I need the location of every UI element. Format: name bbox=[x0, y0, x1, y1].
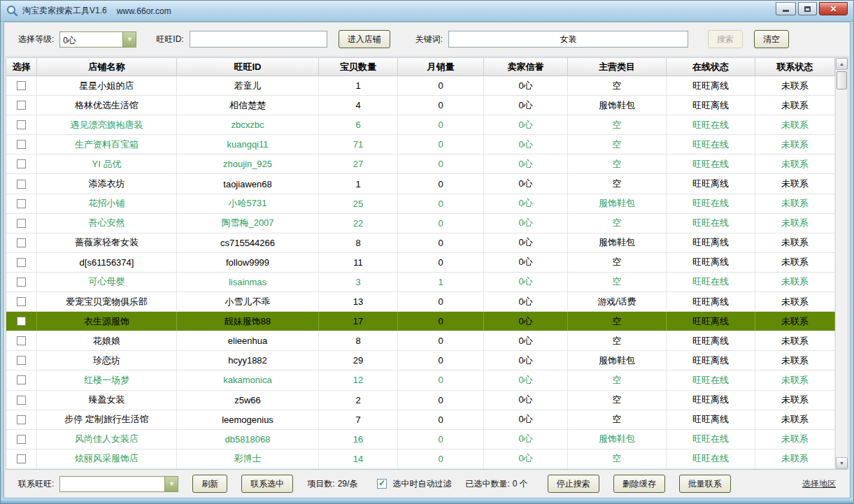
contact-wangwang-select[interactable]: ▼ bbox=[59, 476, 178, 492]
row-checkbox[interactable] bbox=[17, 180, 26, 189]
column-header[interactable]: 宝贝数量 bbox=[319, 58, 398, 75]
column-header[interactable]: 店铺名称 bbox=[37, 58, 177, 75]
table-row[interactable]: 生产资料百宝箱kuangqi117100心空旺旺在线未联系 bbox=[6, 135, 835, 154]
chevron-down-icon[interactable]: ▼ bbox=[122, 32, 136, 47]
table-row[interactable]: 格林优选生活馆相信楚楚400心服饰鞋包旺旺离线未联系 bbox=[6, 96, 835, 115]
table-row[interactable]: 可心母婴lisainmas310心空旺旺在线未联系 bbox=[6, 273, 835, 292]
row-checkbox[interactable] bbox=[17, 238, 26, 247]
close-button[interactable]: ✕ bbox=[819, 2, 848, 15]
cell-credit: 0心 bbox=[484, 115, 568, 134]
table-row[interactable]: 花娘娘elieenhua800心空旺旺离线未联系 bbox=[6, 331, 835, 351]
cell-items: 16 bbox=[319, 430, 398, 449]
row-select-cell bbox=[6, 331, 37, 350]
cell-online: 旺旺在线 bbox=[667, 214, 755, 233]
cell-id: 小雪儿不乖 bbox=[177, 292, 319, 311]
table-row[interactable]: 遇见漂亮旗袍唐装zbcxzbc600心空旺旺在线未联系 bbox=[6, 115, 835, 135]
row-checkbox[interactable] bbox=[17, 199, 26, 208]
table-row[interactable]: 蔷薇家轻奢女装cs715544266800心服饰鞋包旺旺离线未联系 bbox=[6, 233, 835, 253]
title-bar[interactable]: 淘宝卖家搜索工具V1.6 www.66or.com ✕ bbox=[1, 1, 853, 22]
delete-cache-button[interactable]: 删除缓存 bbox=[613, 475, 665, 493]
table-row[interactable]: 步停 定制旅行生活馆leemogenius700心空旺旺离线未联系 bbox=[6, 410, 835, 430]
select-region-link[interactable]: 选择地区 bbox=[802, 478, 836, 490]
table-row[interactable]: 红楼一场梦kakamonica1200心空旺旺在线未联系 bbox=[6, 370, 835, 390]
cell-category: 空 bbox=[568, 115, 667, 134]
row-checkbox[interactable] bbox=[17, 258, 26, 267]
row-checkbox[interactable] bbox=[17, 159, 26, 168]
table-row[interactable]: 臻盈女装z5w66200心空旺旺离线未联系 bbox=[6, 391, 835, 410]
wangwang-id-input[interactable] bbox=[190, 31, 327, 48]
column-header[interactable]: 联系状态 bbox=[755, 58, 835, 75]
table-row[interactable]: 花招小铺小哈57312500心服饰鞋包旺旺在线未联系 bbox=[6, 194, 835, 214]
table-row[interactable]: 风尚佳人女装店db58180681600心服饰鞋包旺旺在线未联系 bbox=[6, 430, 835, 449]
cell-sales: 0 bbox=[398, 312, 484, 331]
scroll-down-button[interactable]: ▼ bbox=[836, 457, 848, 469]
row-checkbox[interactable] bbox=[17, 454, 26, 463]
scroll-up-button[interactable]: ▲ bbox=[836, 58, 848, 70]
row-checkbox[interactable] bbox=[17, 435, 26, 444]
cell-credit: 0心 bbox=[484, 391, 568, 410]
level-label: 选择等级: bbox=[18, 34, 54, 45]
search-button[interactable]: 搜索 bbox=[708, 30, 743, 48]
contact-selected-button[interactable]: 联系选中 bbox=[241, 475, 293, 493]
maximize-button[interactable] bbox=[798, 2, 817, 15]
cell-id: kuangqi11 bbox=[177, 135, 319, 154]
table-row[interactable]: d[s61156374]follow99991100心空旺旺离线未联系 bbox=[6, 253, 835, 273]
scrollbar-thumb[interactable] bbox=[837, 71, 847, 89]
table-row[interactable]: 星星小姐的店若童儿100心空旺旺离线未联系 bbox=[6, 76, 835, 96]
row-checkbox[interactable] bbox=[17, 140, 26, 149]
enter-shop-button[interactable]: 进入店铺 bbox=[339, 30, 390, 48]
batch-contact-button[interactable]: 批量联系 bbox=[679, 475, 731, 493]
column-header[interactable]: 旺旺ID bbox=[177, 58, 319, 75]
column-header[interactable]: 卖家信誉 bbox=[484, 58, 568, 75]
row-checkbox[interactable] bbox=[17, 278, 26, 287]
row-checkbox[interactable] bbox=[17, 336, 26, 345]
auto-filter-checkbox[interactable]: ✓ bbox=[377, 479, 387, 489]
minimize-icon bbox=[783, 10, 789, 12]
cell-shop: 遇见漂亮旗袍唐装 bbox=[37, 115, 177, 134]
column-header[interactable]: 在线状态 bbox=[667, 58, 755, 75]
table-row[interactable]: 吾心安然陶雪梅_20072200心空旺旺在线未联系 bbox=[6, 214, 835, 233]
table-row[interactable]: 添添衣坊taojiawen68100心空旺旺离线未联系 bbox=[6, 174, 835, 194]
cell-credit: 0心 bbox=[484, 410, 568, 429]
cell-contact: 未联系 bbox=[755, 410, 835, 429]
row-select-cell bbox=[6, 370, 37, 389]
table-row[interactable]: YI 品优zhoujin_9252700心空旺旺在线未联系 bbox=[6, 154, 835, 174]
minimize-button[interactable] bbox=[776, 2, 796, 15]
column-header[interactable]: 主营类目 bbox=[568, 58, 667, 75]
wangwang-id-label: 旺旺ID: bbox=[156, 34, 183, 45]
keyword-input[interactable] bbox=[448, 31, 688, 48]
row-checkbox[interactable] bbox=[17, 375, 26, 384]
table-row[interactable]: 珍恋坊hcyy18822900心服饰鞋包旺旺离线未联系 bbox=[6, 351, 835, 370]
table-row[interactable]: 衣生源服饰靓妹服饰881700心空旺旺离线未联系 bbox=[6, 312, 835, 331]
cell-contact: 未联系 bbox=[755, 370, 835, 389]
cell-sales: 0 bbox=[398, 370, 484, 389]
row-checkbox[interactable] bbox=[17, 356, 26, 365]
cell-sales: 0 bbox=[398, 115, 484, 134]
cell-items: 2 bbox=[319, 391, 398, 410]
row-select-cell bbox=[6, 135, 37, 154]
clear-button[interactable]: 清空 bbox=[754, 30, 789, 48]
row-checkbox[interactable] bbox=[17, 120, 26, 129]
row-checkbox[interactable] bbox=[17, 317, 26, 326]
row-checkbox[interactable] bbox=[17, 297, 26, 306]
cell-online: 旺旺在线 bbox=[667, 194, 755, 213]
cell-online: 旺旺在线 bbox=[667, 449, 755, 468]
table-row[interactable]: 炫丽风采服饰店彩博士1400心空旺旺在线未联系 bbox=[6, 449, 835, 469]
row-checkbox[interactable] bbox=[17, 219, 26, 228]
refresh-button[interactable]: 刷新 bbox=[192, 475, 227, 493]
column-header[interactable]: 月销量 bbox=[398, 58, 484, 75]
row-select-cell bbox=[6, 96, 37, 115]
row-checkbox[interactable] bbox=[17, 396, 26, 405]
level-select[interactable]: 0心 ▼ bbox=[59, 31, 136, 48]
row-checkbox[interactable] bbox=[17, 81, 26, 90]
row-checkbox[interactable] bbox=[17, 101, 26, 110]
chevron-down-icon[interactable]: ▼ bbox=[164, 477, 178, 491]
table-row[interactable]: 爱宠宝贝宠物俱乐部小雪儿不乖1300心游戏/话费旺旺离线未联系 bbox=[6, 292, 835, 312]
magnifier-icon bbox=[6, 5, 18, 17]
column-header[interactable]: 选择 bbox=[6, 58, 37, 75]
cell-online: 旺旺离线 bbox=[667, 76, 755, 95]
vertical-scrollbar[interactable]: ▲ ▼ bbox=[835, 58, 848, 469]
row-checkbox[interactable] bbox=[17, 415, 26, 424]
cell-contact: 未联系 bbox=[755, 233, 835, 252]
stop-search-button[interactable]: 停止搜索 bbox=[548, 475, 599, 493]
